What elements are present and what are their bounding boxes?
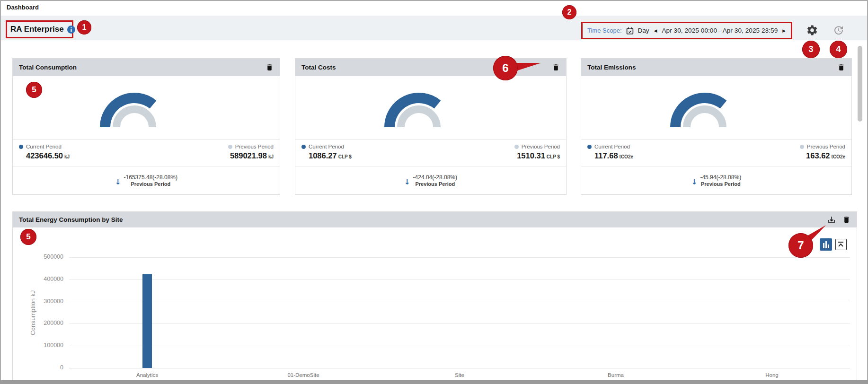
delta-value: -45.94(-28.08%) bbox=[700, 174, 741, 181]
gridline bbox=[69, 279, 850, 280]
page-title: RA Enterprise bbox=[10, 25, 64, 34]
timescope-range[interactable]: Apr 30, 2025 00:00 - Apr 30, 2025 23:59 bbox=[662, 27, 778, 34]
collapse-view-icon[interactable] bbox=[835, 239, 847, 250]
x-axis-category-label: Burma bbox=[576, 372, 656, 378]
down-arrow-icon: ↓ bbox=[691, 178, 698, 186]
previous-period-unit: kJ bbox=[268, 154, 274, 159]
annotation-badge-4: 4 bbox=[830, 41, 847, 58]
dashboard-toolbar: RA Enterprise Time Scope: Day ◀ Apr 30, … bbox=[0, 16, 868, 40]
previous-period-value: 1510.31 bbox=[517, 151, 545, 160]
current-period-dot bbox=[587, 145, 592, 149]
annotation-badge-3: 3 bbox=[802, 41, 820, 58]
delta-caption: Previous Period bbox=[413, 181, 457, 187]
annotation-box-timescope: Time Scope: Day ◀ Apr 30, 2025 00:00 - A… bbox=[581, 22, 792, 39]
horizontal-scrollbar[interactable] bbox=[0, 380, 868, 384]
current-period-dot bbox=[19, 145, 23, 149]
card-header: Total Emissions bbox=[581, 59, 851, 76]
current-period-dot bbox=[301, 145, 306, 149]
chart-view-toggles bbox=[820, 238, 847, 251]
timescope-mode-day[interactable]: Day bbox=[638, 27, 649, 34]
y-axis-title: Consumption kJ bbox=[30, 265, 37, 360]
gauge-previous-arc bbox=[401, 109, 437, 127]
previous-period-dot bbox=[800, 145, 804, 149]
calendar-check-icon[interactable] bbox=[626, 26, 634, 35]
y-axis-tick-label: 100000 bbox=[13, 342, 63, 349]
y-axis-tick-label: 0 bbox=[13, 364, 63, 371]
annotation-box-title: RA Enterprise bbox=[6, 20, 73, 38]
gridline bbox=[69, 257, 850, 258]
top-nav-bar: Dashboard bbox=[0, 0, 868, 16]
card-total-emissions: Total Emissions Current Period 117.68tCO… bbox=[581, 58, 852, 195]
timescope-label: Time Scope: bbox=[587, 27, 622, 34]
previous-period-label: Previous Period bbox=[807, 144, 845, 149]
bar-chart-view-icon[interactable] bbox=[820, 238, 832, 251]
previous-period-value: 163.62 bbox=[806, 151, 830, 160]
delta-caption: Previous Period bbox=[124, 181, 177, 187]
previous-period-unit: tCO2e bbox=[832, 154, 845, 159]
annotation-badge-5a: 5 bbox=[26, 82, 42, 98]
settings-gear-icon[interactable] bbox=[806, 24, 818, 36]
delta-caption: Previous Period bbox=[700, 181, 741, 187]
x-axis-category-label: Hong bbox=[732, 372, 812, 378]
trash-icon[interactable] bbox=[552, 63, 560, 71]
current-period-unit: CLP $ bbox=[338, 154, 352, 159]
bar-analytics[interactable] bbox=[142, 274, 152, 368]
delta-value: -165375.48(-28.08%) bbox=[124, 174, 177, 181]
gauge-previous-arc bbox=[116, 109, 152, 127]
annotation-badge-6: 6 bbox=[493, 56, 518, 80]
current-period-value: 117.68 bbox=[594, 151, 618, 160]
delta-value: -424.04(-28.08%) bbox=[413, 174, 457, 181]
annotation-badge-2: 2 bbox=[562, 5, 576, 19]
previous-period-label: Previous Period bbox=[522, 144, 560, 149]
current-period-label: Current Period bbox=[26, 144, 62, 149]
current-period-unit: tCO2e bbox=[620, 154, 633, 159]
vertical-scrollbar-thumb[interactable] bbox=[858, 46, 862, 122]
current-period-value: 423646.50 bbox=[26, 151, 63, 160]
gauge-chart bbox=[89, 85, 179, 129]
previous-period-unit: CLP $ bbox=[547, 154, 560, 159]
trash-icon[interactable] bbox=[266, 63, 274, 71]
y-axis-tick-label: 300000 bbox=[13, 298, 63, 305]
gridline bbox=[69, 346, 850, 346]
chevron-left-icon[interactable]: ◀ bbox=[653, 27, 658, 34]
previous-period-value: 589021.98 bbox=[230, 151, 267, 160]
card-energy-consumption-by-site: Total Energy Consumption by Site 0100000… bbox=[12, 211, 857, 382]
x-axis-category-label: Site bbox=[419, 372, 500, 378]
y-axis-tick-label: 200000 bbox=[13, 320, 63, 326]
period-stats: Current Period 1086.27CLP $ Previous Per… bbox=[295, 139, 566, 166]
trash-icon[interactable] bbox=[837, 63, 845, 71]
y-axis-tick-label: 400000 bbox=[13, 276, 63, 282]
gauge-chart bbox=[660, 85, 750, 129]
period-stats: Current Period 423646.50kJ Previous Peri… bbox=[13, 139, 280, 166]
gauge-previous-arc bbox=[687, 109, 723, 127]
down-arrow-icon: ↓ bbox=[404, 178, 410, 186]
breadcrumb: Dashboard bbox=[7, 4, 39, 11]
info-icon[interactable] bbox=[67, 26, 75, 34]
annotation-badge-5b: 5 bbox=[20, 229, 36, 245]
gridline bbox=[69, 368, 850, 368]
annotation-badge-1: 1 bbox=[77, 20, 91, 35]
bar-chart-plot: 0100000200000300000400000500000Analytics… bbox=[13, 212, 857, 381]
card-header: Total Consumption bbox=[13, 59, 280, 76]
card-total-consumption: Total Consumption Current Period 423646.… bbox=[12, 58, 280, 195]
previous-period-dot bbox=[228, 145, 232, 149]
gridline bbox=[69, 302, 850, 302]
chevron-right-icon[interactable]: ▶ bbox=[781, 27, 787, 34]
annotation-badge-7: 7 bbox=[788, 233, 813, 258]
card-title: Total Consumption bbox=[19, 64, 77, 71]
y-axis-tick-label: 500000 bbox=[13, 253, 63, 260]
previous-period-label: Previous Period bbox=[235, 144, 274, 149]
delta-row: ↓ -165375.48(-28.08%) Previous Period bbox=[13, 166, 280, 194]
delta-row: ↓ -45.94(-28.08%) Previous Period bbox=[581, 166, 851, 194]
period-stats: Current Period 117.68tCO2e Previous Peri… bbox=[581, 139, 851, 166]
down-arrow-icon: ↓ bbox=[115, 178, 121, 186]
card-title: Total Costs bbox=[301, 64, 336, 71]
card-title: Total Emissions bbox=[587, 64, 636, 71]
refresh-history-icon[interactable] bbox=[833, 25, 844, 36]
x-axis-category-label: Analytics bbox=[107, 372, 187, 378]
current-period-label: Current Period bbox=[309, 144, 344, 149]
previous-period-dot bbox=[514, 145, 519, 149]
x-axis-category-label: 01-DemoSite bbox=[263, 372, 344, 378]
gridline bbox=[69, 323, 850, 324]
current-period-unit: kJ bbox=[64, 154, 70, 159]
